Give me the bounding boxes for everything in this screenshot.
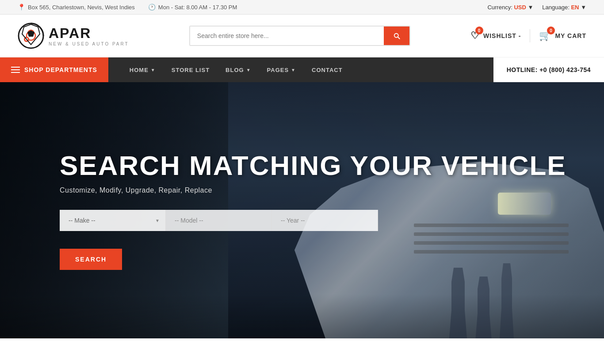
logo-name: APAR: [49, 25, 129, 42]
hero-subtitle: Customize, Modify, Upgrade, Repair, Repl…: [60, 186, 604, 194]
nav-contact[interactable]: CONTACT: [304, 59, 351, 81]
search-icon: [393, 32, 401, 40]
cart-button[interactable]: 🛒 0 MY CART: [539, 30, 586, 42]
hamburger-icon: [11, 67, 20, 73]
home-arrow-icon: ▼: [151, 68, 156, 72]
cart-label: MY CART: [555, 32, 586, 39]
nav-home-label: HOME: [130, 67, 149, 73]
hours-text: Mon - Sat: 8.00 AM - 17.30 PM: [158, 4, 237, 11]
nav-blog-label: BLOG: [226, 67, 244, 73]
vehicle-search-row: -- Make --: [60, 210, 604, 231]
year-input[interactable]: [272, 210, 378, 231]
make-select-wrap: -- Make --: [60, 210, 166, 231]
nav-contact-label: CONTACT: [312, 67, 343, 73]
shop-dept-label: SHOP DEPARTMENTS: [24, 66, 97, 73]
search-button[interactable]: [384, 27, 409, 45]
people-silhouettes: [447, 263, 516, 338]
nav-blog[interactable]: BLOG ▼: [218, 59, 259, 81]
shop-departments-button[interactable]: SHOP DEPARTMENTS: [0, 57, 108, 82]
search-vehicle-button[interactable]: SEARCH: [60, 249, 122, 270]
hours-item: 🕐 Mon - Sat: 8.00 AM - 17.30 PM: [148, 4, 237, 11]
search-input[interactable]: [190, 27, 384, 45]
logo-text: APAR NEW & USED AUTO PART: [49, 25, 129, 46]
search-bar: [189, 26, 410, 46]
top-bar: 📍 Box 565, Charlestown, Nevis, West Indi…: [0, 0, 604, 15]
wishlist-badge-wrap: ♡ 0: [470, 30, 480, 42]
blog-arrow-icon: ▼: [246, 68, 251, 72]
location-icon: 📍: [18, 4, 25, 11]
hero-section: SEARCH MATCHING YOUR VEHICLE Customize, …: [0, 82, 604, 338]
language-arrow-icon: ▼: [581, 4, 586, 11]
cart-badge-wrap: 🛒 0: [539, 30, 551, 42]
logo-tagline: NEW & USED AUTO PART: [49, 42, 129, 46]
nav-home[interactable]: HOME ▼: [122, 59, 164, 81]
cart-badge: 0: [547, 27, 555, 34]
wishlist-badge: 0: [475, 27, 483, 34]
currency-arrow-icon: ▼: [528, 4, 533, 11]
address-item: 📍 Box 565, Charlestown, Nevis, West Indi…: [18, 4, 135, 11]
person-3: [498, 263, 516, 338]
hotline-text: HOTLINE: +0 (800) 423-754: [507, 66, 591, 73]
hero-title: SEARCH MATCHING YOUR VEHICLE: [60, 151, 604, 181]
nav-pages-label: PAGES: [267, 67, 289, 73]
header-right: ♡ 0 WISHLIST - 🛒 0 MY CART: [470, 29, 586, 42]
clock-icon: 🕐: [148, 4, 156, 11]
header-divider: [530, 29, 530, 42]
top-bar-left: 📍 Box 565, Charlestown, Nevis, West Indi…: [18, 4, 237, 11]
nav-pages[interactable]: PAGES ▼: [259, 59, 304, 81]
nav-store-list-label: STORE LIST: [172, 67, 210, 73]
make-select[interactable]: -- Make --: [60, 210, 166, 231]
hero-content: SEARCH MATCHING YOUR VEHICLE Customize, …: [0, 151, 604, 269]
top-bar-right: Currency: USD ▼ Language: EN ▼: [487, 4, 586, 11]
wishlist-button[interactable]: ♡ 0 WISHLIST -: [470, 30, 521, 42]
logo[interactable]: APAR NEW & USED AUTO PART: [18, 23, 129, 49]
hotline-box: HOTLINE: +0 (800) 423-754: [493, 57, 604, 82]
person-2: [474, 277, 493, 338]
main-nav: SHOP DEPARTMENTS HOME ▼ STORE LIST BLOG …: [0, 57, 604, 82]
nav-store-list[interactable]: STORE LIST: [164, 59, 218, 81]
nav-links: HOME ▼ STORE LIST BLOG ▼ PAGES ▼ CONTACT: [108, 59, 493, 81]
pages-arrow-icon: ▼: [291, 68, 296, 72]
model-input[interactable]: [166, 210, 272, 231]
person-1: [447, 268, 469, 338]
wishlist-label: WISHLIST -: [483, 32, 521, 39]
logo-icon: [18, 23, 44, 49]
language-selector[interactable]: Language: EN ▼: [542, 4, 586, 11]
header: APAR NEW & USED AUTO PART ♡ 0 WISHLIST -…: [0, 15, 604, 57]
currency-selector[interactable]: Currency: USD ▼: [487, 4, 533, 11]
address-text: Box 565, Charlestown, Nevis, West Indies: [28, 4, 135, 11]
